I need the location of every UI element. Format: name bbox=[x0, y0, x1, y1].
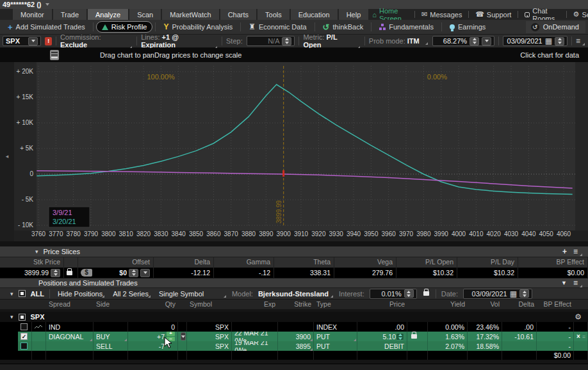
dollar-mode-icon[interactable]: $ bbox=[81, 269, 92, 277]
tab-monitor[interactable]: Monitor bbox=[13, 9, 52, 20]
add-simulated-trades-button[interactable]: + Add Simulated Trades bbox=[3, 21, 90, 33]
probability-analysis-button[interactable]: Y Probability Analysis bbox=[158, 21, 238, 33]
price-lock-icon[interactable] bbox=[411, 334, 417, 339]
svg-text:3940: 3940 bbox=[347, 230, 361, 237]
commission-control[interactable]: Commission: Exclude bbox=[60, 33, 133, 49]
position-row-sell[interactable]: SELL -7 SPX 19 MAR 21 (We, 3895 PUT DEBI… bbox=[0, 341, 588, 351]
chart-image-icon[interactable] bbox=[50, 50, 59, 60]
risk-profile-chart[interactable]: ◂376037703780379038003810382038303840385… bbox=[0, 62, 588, 241]
stk-price-stepper[interactable] bbox=[51, 269, 60, 277]
tab-tools[interactable]: Tools bbox=[257, 9, 290, 20]
lines-control[interactable]: Lines: +1 @ Expiration bbox=[141, 33, 218, 49]
thinkback-button[interactable]: ↺ thinkBack bbox=[318, 21, 369, 33]
row-checkbox[interactable]: ✓ bbox=[20, 333, 28, 340]
stk-price-cell[interactable]: 3899.99 bbox=[0, 268, 64, 278]
prob-mode-control[interactable]: Prob mode: ITM bbox=[369, 37, 429, 45]
tab-analyze[interactable]: Analyze bbox=[88, 9, 128, 20]
calendar-icon[interactable]: ▦ bbox=[510, 289, 517, 298]
tab-trade[interactable]: Trade bbox=[53, 9, 86, 20]
messages-button[interactable]: ✉ Messages bbox=[418, 10, 466, 19]
plus-icon: + bbox=[8, 22, 13, 32]
chart-click-hint: Click chart for data bbox=[520, 51, 579, 59]
svg-text:4040: 4040 bbox=[521, 230, 536, 237]
pl-day-cell: $10.32 bbox=[457, 268, 518, 278]
collapse-section-icon[interactable]: ▼ bbox=[561, 280, 567, 286]
price-slice-row: 3899.99 $ $0 -12.12 -.12 338.31 279.76 $… bbox=[0, 268, 588, 278]
theta-cell: 338.31 bbox=[274, 268, 334, 278]
interest-input[interactable]: 0.01% bbox=[370, 289, 417, 299]
row-menu-icon[interactable]: ≡ bbox=[582, 334, 585, 340]
lock-icon[interactable] bbox=[67, 271, 72, 275]
settings-menu-icon[interactable]: ≡ bbox=[576, 36, 585, 45]
tab-charts[interactable]: Charts bbox=[220, 9, 256, 20]
offset-cell[interactable]: $ $0 bbox=[78, 268, 154, 278]
tab-scan[interactable]: Scan bbox=[129, 9, 161, 20]
add-price-slice-button[interactable]: + bbox=[562, 247, 567, 256]
symbol-group-row[interactable]: ▾ SPX ⚙ bbox=[0, 312, 588, 322]
svg-text:3760: 3760 bbox=[31, 230, 46, 237]
account-dropdown-icon[interactable] bbox=[45, 3, 49, 6]
probability-dropdown-icon[interactable] bbox=[482, 37, 491, 45]
ondemand-button[interactable]: ↺ OnDemand bbox=[526, 21, 585, 33]
positions-total-row: $0.00 bbox=[0, 351, 588, 360]
hide-positions-dropdown[interactable]: Hide Positions bbox=[55, 290, 105, 298]
step-stepper[interactable] bbox=[282, 37, 291, 45]
price-stepper[interactable] bbox=[396, 333, 404, 341]
tab-education[interactable]: Education bbox=[291, 9, 338, 20]
economic-data-button[interactable]: ♜ Economic Data bbox=[243, 21, 311, 33]
menu-bar: Monitor Trade Analyze Scan MarketWatch C… bbox=[0, 9, 588, 20]
slice-lock-cell[interactable] bbox=[64, 268, 78, 278]
risk-profile-button[interactable]: Risk Profile bbox=[96, 21, 153, 33]
series-dropdown[interactable]: All 2 Series bbox=[110, 290, 151, 298]
svg-text:3890: 3890 bbox=[259, 230, 274, 237]
price-slices-menu-icon[interactable]: ≡ bbox=[573, 247, 583, 256]
interest-lock-icon[interactable] bbox=[423, 291, 429, 296]
row-checkbox[interactable] bbox=[20, 342, 28, 350]
symbol-select[interactable]: SPX bbox=[3, 36, 41, 46]
calendar-icon[interactable]: ▦ bbox=[545, 36, 552, 45]
svg-text:3870: 3870 bbox=[224, 230, 239, 237]
symbol-dropdown-icon[interactable] bbox=[28, 37, 38, 45]
symbol-mode-dropdown[interactable]: Single Symbol bbox=[156, 290, 227, 298]
date-input[interactable]: 03/09/2021 ▦ bbox=[503, 36, 568, 46]
group-gear-icon[interactable]: ⚙ bbox=[575, 312, 582, 321]
tab-help[interactable]: Help bbox=[339, 9, 369, 20]
qty-dropdown-icon[interactable] bbox=[181, 332, 186, 341]
position-row-index[interactable]: IND 0 SPX INDEX .00 0.00% 23.46% .00 - bbox=[0, 322, 588, 332]
fundamentals-button[interactable]: Fundamentals bbox=[374, 22, 439, 32]
svg-text:3980: 3980 bbox=[416, 230, 431, 237]
alert-badge-icon[interactable]: ! bbox=[45, 37, 52, 45]
chevron-down-icon[interactable]: ▾ bbox=[35, 248, 38, 255]
offset-dropdown-icon[interactable] bbox=[140, 269, 150, 277]
select-all-checkbox[interactable] bbox=[19, 290, 26, 297]
positions-date-input[interactable]: 03/09/2021 ▦ bbox=[463, 289, 532, 299]
bottom-strip bbox=[0, 364, 588, 370]
support-button[interactable]: ☎ Support bbox=[471, 10, 515, 19]
step-input[interactable]: N/A bbox=[247, 36, 295, 46]
model-dropdown[interactable]: Bjerksund-Stensland bbox=[258, 290, 334, 298]
svg-text:3899.99: 3899.99 bbox=[275, 200, 282, 223]
probability-input[interactable]: 68.27% bbox=[432, 36, 494, 46]
probability-stepper[interactable] bbox=[470, 37, 479, 45]
date-stepper[interactable] bbox=[555, 37, 564, 45]
chevron-down-icon[interactable]: ▾ bbox=[10, 291, 13, 297]
account-label[interactable]: 49******62 () bbox=[3, 1, 42, 8]
interest-stepper[interactable] bbox=[404, 289, 414, 298]
offset-stepper[interactable] bbox=[129, 269, 138, 277]
svg-text:3950: 3950 bbox=[364, 230, 379, 237]
chevron-down-icon[interactable]: ▾ bbox=[10, 314, 13, 320]
setup-button[interactable]: ⚙ Setup bbox=[569, 10, 588, 19]
positions-date-stepper[interactable] bbox=[519, 289, 529, 298]
metric-control[interactable]: Metric: P/L Open bbox=[303, 33, 360, 49]
svg-text:4030: 4030 bbox=[504, 230, 519, 237]
remove-row-icon[interactable]: × bbox=[576, 333, 580, 340]
positions-menu-icon[interactable]: ≡ bbox=[573, 278, 583, 287]
chart-header: Drag chart to panDrag prices to change s… bbox=[0, 48, 588, 62]
tab-marketwatch[interactable]: MarketWatch bbox=[162, 9, 218, 20]
all-label[interactable]: ALL bbox=[31, 290, 44, 298]
row-checkbox[interactable] bbox=[20, 323, 28, 330]
earnings-button[interactable]: Earnings bbox=[445, 22, 491, 32]
chart-canvas[interactable]: ◂376037703780379038003810382038303840385… bbox=[0, 62, 588, 241]
group-checkbox[interactable] bbox=[19, 314, 26, 321]
position-row-buy[interactable]: ✓ DIAGONAL BUY +7 +– SPX 22 MAR 21 (We, … bbox=[0, 332, 588, 341]
